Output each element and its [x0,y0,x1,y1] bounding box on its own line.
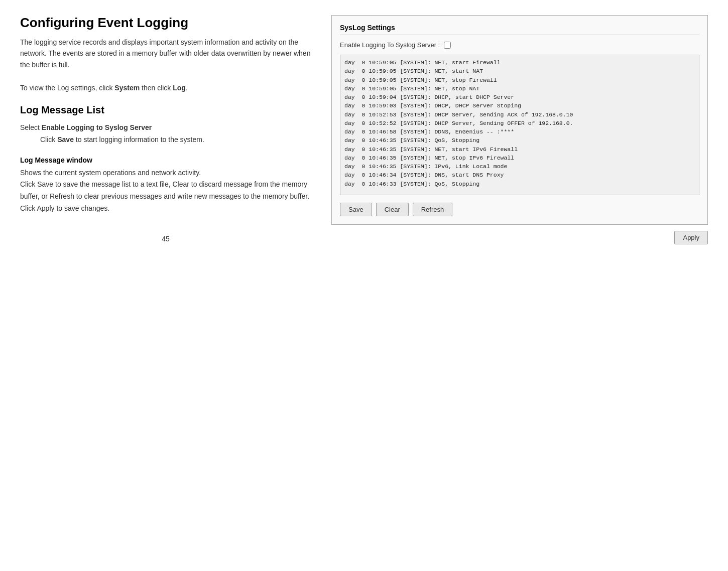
enable-logging-row: Enable Logging To Syslog Server : [340,41,699,49]
right-panel: SysLog Settings Enable Logging To Syslog… [331,15,708,556]
apply-row: Apply [331,231,708,244]
subsection-apply-text: Click Apply to save changes. [20,203,311,215]
subsection-text-2: Click Save to save the message list to a… [20,179,311,203]
clear-bold: Clear [173,180,189,188]
save-bold-2: Save [37,180,53,188]
click-label: Click [40,135,55,144]
log-link: Log [173,84,186,92]
click-save-text: to start logging information to the syst… [76,135,204,144]
syslog-title: SysLog Settings [340,24,699,35]
sub-text-3: to save the message list to a text file, [55,180,171,188]
save-bold: Save [57,135,74,144]
view-then: then click [142,84,171,92]
page-number: 45 [20,235,311,243]
view-instruction-prefix: To view the Log settings, click [20,84,112,92]
select-instruction: Select Enable Logging to Syslog Server C… [20,122,311,146]
click-apply-label: Click [20,204,35,212]
button-row: Save Clear Refresh [340,203,699,216]
click-save-instruction: Click Save to start logging information … [40,134,311,146]
enable-logging-checkbox[interactable] [444,42,451,49]
apply-button[interactable]: Apply [674,231,708,244]
subsection-heading: Log Message window [20,156,311,164]
log-message-window[interactable] [340,55,699,195]
enable-logging-bold: Enable Logging to Syslog Server [42,123,152,131]
click-save-2: Click [20,180,35,188]
clear-button[interactable]: Clear [376,203,409,216]
system-link: System [114,84,140,92]
section-heading: Log Message List [20,104,311,116]
select-text: Select Enable Logging to Syslog Server [20,122,311,134]
select-prefix: Select [20,123,40,131]
enable-logging-label: Enable Logging To Syslog Server : [340,41,440,49]
left-panel: Configuring Event Logging The logging se… [20,15,311,556]
view-period: . [186,84,188,92]
page-description: The logging service records and displays… [20,37,311,70]
syslog-settings-box: SysLog Settings Enable Logging To Syslog… [331,15,708,225]
view-log-text: To view the Log settings, click System t… [20,82,311,94]
page-title: Configuring Event Logging [20,15,311,31]
subsection-text-1: Shows the current system operations and … [20,167,311,179]
view-log-instruction: To view the Log settings, click System t… [20,82,311,94]
refresh-button[interactable]: Refresh [413,203,453,216]
save-button[interactable]: Save [340,203,372,216]
sub-text-5: to clear previous messages and write new… [76,192,309,200]
sub-text-7: to save changes. [56,204,109,212]
apply-bold: Apply [37,204,54,212]
refresh-bold: Refresh [50,192,74,200]
